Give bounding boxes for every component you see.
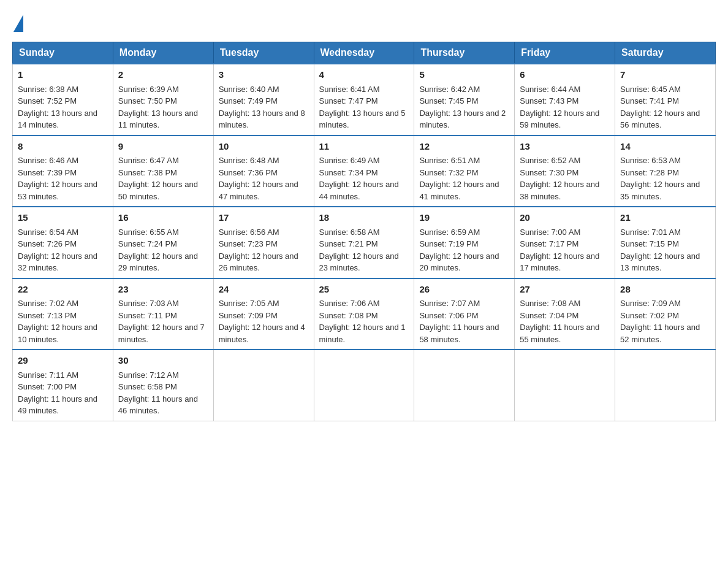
calendar-cell: 24Sunrise: 7:05 AMSunset: 7:09 PMDayligh… (213, 278, 314, 350)
sunrise-text: Sunrise: 6:44 AM (520, 85, 580, 94)
daylight-text: Daylight: 12 hours and 41 minutes. (419, 180, 499, 201)
day-number: 15 (18, 211, 108, 225)
day-number: 27 (520, 283, 610, 297)
day-number: 6 (520, 68, 610, 82)
calendar-cell: 13Sunrise: 6:52 AMSunset: 7:30 PMDayligh… (515, 136, 615, 207)
calendar-cell: 23Sunrise: 7:03 AMSunset: 7:11 PMDayligh… (113, 278, 213, 350)
daylight-text: Daylight: 12 hours and 20 minutes. (419, 251, 499, 273)
calendar-cell: 9Sunrise: 6:47 AMSunset: 7:38 PMDaylight… (113, 136, 213, 207)
sunset-text: Sunset: 7:32 PM (419, 168, 478, 177)
day-number: 17 (219, 211, 309, 225)
daylight-text: Daylight: 12 hours and 1 minute. (319, 323, 406, 344)
calendar-table: SundayMondayTuesdayWednesdayThursdayFrid… (12, 42, 716, 421)
daylight-text: Daylight: 12 hours and 50 minutes. (118, 180, 198, 201)
daylight-text: Daylight: 12 hours and 17 minutes. (520, 251, 599, 273)
sunset-text: Sunset: 7:06 PM (419, 311, 478, 320)
day-number: 1 (18, 68, 108, 82)
sunrise-text: Sunrise: 7:11 AM (18, 370, 78, 380)
day-number: 25 (319, 283, 409, 297)
sunset-text: Sunset: 7:41 PM (620, 96, 679, 105)
daylight-text: Daylight: 12 hours and 38 minutes. (520, 180, 599, 201)
sunrise-text: Sunrise: 6:38 AM (18, 85, 78, 94)
sunset-text: Sunset: 7:11 PM (118, 311, 177, 320)
sunrise-text: Sunrise: 6:54 AM (18, 228, 78, 237)
sunrise-text: Sunrise: 6:46 AM (18, 156, 78, 165)
calendar-cell: 29Sunrise: 7:11 AMSunset: 7:00 PMDayligh… (13, 350, 113, 421)
sunrise-text: Sunrise: 6:59 AM (419, 228, 480, 237)
calendar-cell: 15Sunrise: 6:54 AMSunset: 7:26 PMDayligh… (13, 207, 113, 278)
daylight-text: Daylight: 12 hours and 44 minutes. (319, 180, 399, 201)
daylight-text: Daylight: 13 hours and 5 minutes. (319, 109, 406, 130)
day-header-wednesday: Wednesday (314, 42, 414, 64)
sunrise-text: Sunrise: 7:09 AM (620, 299, 681, 308)
sunset-text: Sunset: 7:26 PM (18, 239, 77, 248)
daylight-text: Daylight: 13 hours and 8 minutes. (219, 109, 305, 130)
day-number: 2 (118, 68, 208, 82)
sunrise-text: Sunrise: 6:51 AM (419, 156, 480, 165)
daylight-text: Daylight: 12 hours and 10 minutes. (18, 323, 97, 344)
sunset-text: Sunset: 6:58 PM (118, 382, 177, 391)
day-number: 16 (118, 211, 208, 225)
sunset-text: Sunset: 7:45 PM (419, 96, 478, 105)
daylight-text: Daylight: 12 hours and 47 minutes. (219, 180, 298, 201)
calendar-cell: 8Sunrise: 6:46 AMSunset: 7:39 PMDaylight… (13, 136, 113, 207)
calendar-cell: 19Sunrise: 6:59 AMSunset: 7:19 PMDayligh… (414, 207, 515, 278)
day-number: 19 (419, 211, 509, 225)
sunrise-text: Sunrise: 6:45 AM (620, 85, 681, 94)
day-number: 20 (520, 211, 610, 225)
sunrise-text: Sunrise: 6:58 AM (319, 228, 380, 237)
day-number: 7 (620, 68, 710, 82)
day-number: 5 (419, 68, 509, 82)
sunrise-text: Sunrise: 6:52 AM (520, 156, 580, 165)
daylight-text: Daylight: 12 hours and 13 minutes. (620, 251, 700, 273)
logo (12, 12, 23, 32)
calendar-cell: 25Sunrise: 7:06 AMSunset: 7:08 PMDayligh… (314, 278, 414, 350)
sunrise-text: Sunrise: 7:12 AM (118, 370, 179, 380)
day-number: 10 (219, 140, 309, 154)
sunset-text: Sunset: 7:52 PM (18, 96, 77, 105)
sunset-text: Sunset: 7:34 PM (319, 168, 378, 177)
sunset-text: Sunset: 7:49 PM (219, 96, 278, 105)
week-row-3: 15Sunrise: 6:54 AMSunset: 7:26 PMDayligh… (13, 207, 716, 278)
sunset-text: Sunset: 7:36 PM (219, 168, 278, 177)
day-header-thursday: Thursday (414, 42, 515, 64)
sunrise-text: Sunrise: 6:41 AM (319, 85, 380, 94)
logo-triangle-icon (13, 15, 23, 32)
day-number: 18 (319, 211, 409, 225)
calendar-cell: 16Sunrise: 6:55 AMSunset: 7:24 PMDayligh… (113, 207, 213, 278)
day-number: 4 (319, 68, 409, 82)
day-number: 12 (419, 140, 509, 154)
sunrise-text: Sunrise: 6:49 AM (319, 156, 380, 165)
sunset-text: Sunset: 7:17 PM (520, 239, 578, 248)
sunrise-text: Sunrise: 6:53 AM (620, 156, 681, 165)
daylight-text: Daylight: 12 hours and 29 minutes. (118, 251, 198, 273)
calendar-cell (515, 350, 615, 421)
daylight-text: Daylight: 11 hours and 58 minutes. (419, 323, 499, 344)
daylight-text: Daylight: 11 hours and 52 minutes. (620, 323, 700, 344)
calendar-cell: 12Sunrise: 6:51 AMSunset: 7:32 PMDayligh… (414, 136, 515, 207)
calendar-cell: 14Sunrise: 6:53 AMSunset: 7:28 PMDayligh… (615, 136, 716, 207)
daylight-text: Daylight: 13 hours and 2 minutes. (419, 109, 506, 130)
daylight-text: Daylight: 12 hours and 53 minutes. (18, 180, 97, 201)
calendar-header-row: SundayMondayTuesdayWednesdayThursdayFrid… (13, 42, 716, 64)
sunrise-text: Sunrise: 7:08 AM (520, 299, 580, 308)
calendar-cell: 4Sunrise: 6:41 AMSunset: 7:47 PMDaylight… (314, 64, 414, 136)
sunset-text: Sunset: 7:50 PM (118, 96, 177, 105)
day-number: 29 (18, 354, 108, 368)
calendar-cell: 5Sunrise: 6:42 AMSunset: 7:45 PMDaylight… (414, 64, 515, 136)
calendar-cell (213, 350, 314, 421)
daylight-text: Daylight: 11 hours and 49 minutes. (18, 394, 97, 416)
daylight-text: Daylight: 12 hours and 56 minutes. (620, 109, 700, 130)
calendar-cell: 6Sunrise: 6:44 AMSunset: 7:43 PMDaylight… (515, 64, 615, 136)
calendar-cell (314, 350, 414, 421)
daylight-text: Daylight: 12 hours and 32 minutes. (18, 251, 97, 273)
sunrise-text: Sunrise: 6:56 AM (219, 228, 279, 237)
calendar-cell: 27Sunrise: 7:08 AMSunset: 7:04 PMDayligh… (515, 278, 615, 350)
calendar-cell: 28Sunrise: 7:09 AMSunset: 7:02 PMDayligh… (615, 278, 716, 350)
day-number: 23 (118, 283, 208, 297)
calendar-cell: 7Sunrise: 6:45 AMSunset: 7:41 PMDaylight… (615, 64, 716, 136)
sunrise-text: Sunrise: 6:55 AM (118, 228, 179, 237)
calendar-cell: 20Sunrise: 7:00 AMSunset: 7:17 PMDayligh… (515, 207, 615, 278)
sunrise-text: Sunrise: 6:40 AM (219, 85, 279, 94)
sunset-text: Sunset: 7:15 PM (620, 239, 679, 248)
